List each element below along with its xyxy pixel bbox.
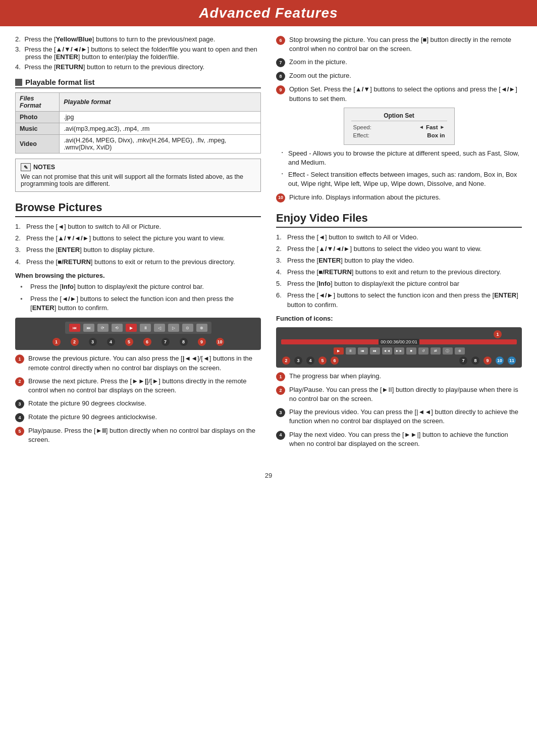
playable-cell: .jpg bbox=[60, 112, 261, 123]
option-notes-list: Speed - Allows you to browse the picture… bbox=[276, 149, 522, 189]
video-desc-text-3: Play the previous video. You can press t… bbox=[289, 408, 522, 426]
effect-note: Effect - Select transition effects betwe… bbox=[288, 171, 517, 187]
v-num-11: 11 bbox=[508, 357, 516, 365]
playable-format-section-title: Playable format list bbox=[15, 78, 261, 88]
table-row: Video .avi(H.264, MPEG, Divx), .mkv(H.26… bbox=[16, 135, 261, 154]
arrow-right-icon: ► bbox=[440, 124, 445, 130]
list-item: 4. Press the [■/RETURN] buttons to exit … bbox=[15, 258, 261, 267]
ctrl-num-7: 7 bbox=[162, 338, 170, 346]
video-desc-text-1: The progress bar when playing. bbox=[289, 372, 381, 381]
browse-right-section: 6 Stop browsing the picture. You can pre… bbox=[276, 35, 522, 203]
right-column: 6 Stop browsing the picture. You can pre… bbox=[276, 35, 522, 452]
desc-num-2: 2 bbox=[15, 377, 24, 386]
v-icon-opt: ⊕ bbox=[455, 347, 465, 355]
intro-item-3: 3. Press the [▲/▼/◄/►] buttons to select… bbox=[15, 45, 261, 61]
notes-title: ✎ NOTES bbox=[21, 163, 255, 171]
desc-item-4: 4 Rotate the picture 90 degrees anticloc… bbox=[15, 413, 261, 422]
desc-text-2: Browse the next picture. Press the [►►|]… bbox=[28, 377, 261, 395]
speed-note: Speed - Allows you to browse the picture… bbox=[288, 149, 519, 166]
v-num-3: 3 bbox=[294, 357, 302, 365]
ctrl-icon-pause: ⏸ bbox=[140, 324, 151, 332]
video-desc-text-4: Play the next video. You can press the [… bbox=[289, 430, 522, 448]
ctrl-num-10: 10 bbox=[216, 338, 224, 346]
list-item: 1. Press the [◄] button to switch to All… bbox=[15, 222, 261, 231]
desc-num-4: 4 bbox=[15, 413, 24, 422]
list-item: Speed - Allows you to browse the picture… bbox=[281, 149, 522, 167]
page-number: 29 bbox=[0, 472, 537, 479]
ctrl-num-4: 4 bbox=[107, 338, 115, 346]
function-icons-label: Function of icons: bbox=[276, 315, 522, 322]
v-icon-repeat: ↺ bbox=[418, 347, 428, 355]
desc-item-6: 6 Stop browsing the picture. You can pre… bbox=[276, 35, 522, 54]
v-num-4: 4 bbox=[306, 357, 314, 365]
ctrl-numbers-row: 1 2 3 4 5 6 7 8 9 10 bbox=[52, 338, 224, 346]
enjoy-video-steps: 1. Press the [◄] button to switch to All… bbox=[276, 233, 522, 310]
list-item: 5. Press the [Info] button to display/ex… bbox=[276, 279, 522, 288]
intro-list: 2. Press the [Yellow/Blue] buttons to tu… bbox=[15, 35, 261, 71]
video-desc-item-3: 3 Play the previous video. You can press… bbox=[276, 408, 522, 426]
effect-value: Box in bbox=[427, 132, 445, 138]
video-desc-num-1: 1 bbox=[276, 372, 285, 381]
desc-text-10: Picture info. Displays information about… bbox=[289, 193, 441, 202]
video-num-row: 2 3 4 5 6 7 8 9 10 11 bbox=[281, 357, 517, 365]
list-item: 2. Press the [▲/▼/◄/►] buttons to select… bbox=[15, 234, 261, 243]
desc-item-8: 8 Zoom out the picture. bbox=[276, 71, 522, 81]
notes-box: ✎ NOTES We can not promise that this uni… bbox=[15, 159, 261, 192]
list-item: 2. Press the [▲/▼/◄/►] buttons to select… bbox=[276, 244, 522, 254]
video-desc-text-2: Play/Pause. You can press the [►II] butt… bbox=[289, 385, 522, 404]
v-num-9: 9 bbox=[484, 357, 492, 365]
desc-text-5: Play/pause. Press the [►II] button direc… bbox=[28, 426, 261, 444]
v-num-2: 2 bbox=[282, 357, 290, 365]
v-icon-pause: ⏸ bbox=[346, 347, 356, 355]
desc-num-3: 3 bbox=[15, 399, 24, 409]
list-item: Press the [◄/►] buttons to select the fu… bbox=[20, 294, 261, 313]
ctrl-icon-cw: ⟳ bbox=[97, 324, 109, 332]
ctrl-num-5: 5 bbox=[125, 338, 133, 346]
ctrl-icon-prev: ⏮ bbox=[69, 324, 80, 332]
page-header: Advanced Features bbox=[0, 0, 537, 26]
arrow-left-icon: ◄ bbox=[419, 124, 424, 130]
ctrl-icon-option: ⊙ bbox=[182, 324, 193, 332]
ctrl-num-1: 1 bbox=[52, 338, 61, 346]
ctrl-icon-zoom-in: ◁ bbox=[154, 324, 165, 332]
effect-label: Effect: bbox=[353, 132, 369, 138]
desc-item-10: 10 Picture info. Displays information ab… bbox=[276, 193, 522, 203]
v-num-6: 6 bbox=[331, 357, 339, 365]
browse-pictures-section: Browse Pictures 1. Press the [◄] button … bbox=[15, 201, 261, 444]
intro-item-2: 2. Press the [Yellow/Blue] buttons to tu… bbox=[15, 35, 261, 43]
video-desc-num-2: 2 bbox=[276, 386, 285, 395]
desc-num-5: 5 bbox=[15, 427, 24, 436]
table-header-playable: Playable format bbox=[60, 93, 261, 112]
playable-cell: .avi(H.264, MPEG, Divx), .mkv(H.264, MPE… bbox=[60, 135, 261, 154]
list-item: 6. Press the [◄/►] buttons to select the… bbox=[276, 291, 522, 309]
v-num-5: 5 bbox=[318, 357, 327, 365]
ctrl-num-8: 8 bbox=[180, 338, 188, 346]
v-icon-stop: ■ bbox=[406, 347, 416, 355]
desc-num-8: 8 bbox=[276, 72, 285, 81]
option-set-box: Option Set Speed: ◄ Fast ► Effect: Box i… bbox=[344, 108, 455, 145]
v-icon-rwd: ◄◄ bbox=[382, 347, 392, 355]
browse-pictures-title: Browse Pictures bbox=[15, 201, 261, 217]
ctrl-icon-play: ▶ bbox=[126, 324, 137, 332]
v-num-7: 7 bbox=[459, 357, 467, 365]
format-cell: Music bbox=[16, 123, 60, 135]
ctrl-icon-next: ⏭ bbox=[83, 324, 94, 332]
desc-item-1: 1 Browse the previous picture. You can a… bbox=[15, 354, 261, 372]
list-item: 4. Press the [■/RETURN] buttons to exit … bbox=[276, 268, 522, 277]
option-row-effect: Effect: Box in bbox=[351, 132, 447, 138]
format-table: Files Format Playable format Photo .jpg … bbox=[15, 92, 261, 154]
enjoy-video-title: Enjoy Video Files bbox=[276, 212, 522, 228]
picture-control-bar: ⏮ ⏭ ⟳ ⟲ ▶ ⏸ ◁ ▷ ⊙ ⊕ 1 2 3 4 5 6 bbox=[15, 318, 261, 350]
option-set-title: Option Set bbox=[351, 112, 447, 121]
intro-section: 2. Press the [Yellow/Blue] buttons to tu… bbox=[15, 35, 261, 71]
left-column: 2. Press the [Yellow/Blue] buttons to tu… bbox=[15, 35, 261, 452]
ctrl-num-3: 3 bbox=[89, 338, 97, 346]
list-item: Effect - Select transition effects betwe… bbox=[281, 170, 522, 188]
video-icons-row: ▶ ⏸ ⏮ ⏭ ◄◄ ►► ■ ↺ ⇌ ⓘ ⊕ bbox=[281, 347, 517, 355]
desc-item-3: 3 Rotate the picture 90 degrees clockwis… bbox=[15, 399, 261, 409]
v-icon-play: ▶ bbox=[334, 347, 344, 355]
desc-item-5: 5 Play/pause. Press the [►II] button dir… bbox=[15, 426, 261, 444]
control-bar-icons: ⏮ ⏭ ⟳ ⟲ ▶ ⏸ ◁ ▷ ⊙ ⊕ bbox=[65, 322, 211, 334]
desc-text-8: Zoom out the picture. bbox=[289, 71, 351, 80]
desc-num-7: 7 bbox=[276, 58, 285, 67]
